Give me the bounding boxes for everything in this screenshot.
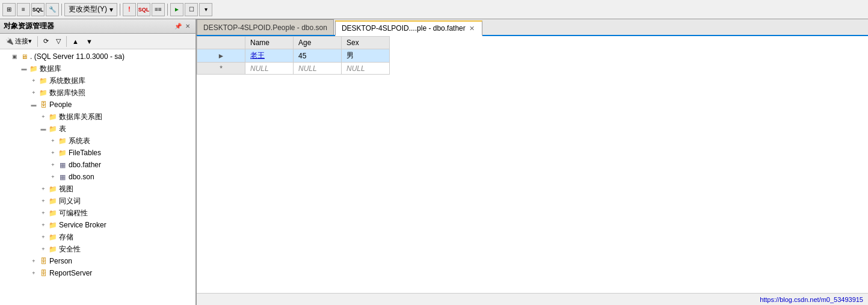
main-toolbar: ⊞ ≡ SQL 🔧 更改类型(Y) ▾ ! SQL ≡≡ ► ☐ ▾ — [0, 0, 868, 19]
expand-sys-tables[interactable]: + — [48, 136, 58, 146]
expand-system-db[interactable]: + — [29, 76, 38, 85]
tree-item-people[interactable]: ▬ 🗄 People — [0, 99, 195, 111]
folder-icon: 📁 — [58, 136, 67, 146]
expand-views[interactable]: + — [38, 184, 48, 194]
tree-item-db-snapshot[interactable]: + 📁 数据库快照 — [0, 87, 195, 99]
tree-item-server[interactable]: ▣ 🖥 . (SQL Server 11.0.3000 - sa) — [0, 51, 195, 63]
oe-btn-down[interactable]: ▼ — [83, 35, 96, 48]
close-icon[interactable]: ✕ — [183, 22, 192, 31]
expand-people[interactable]: ▬ — [29, 100, 38, 109]
folder-icon: 📁 — [48, 208, 58, 218]
tree-item-programmability[interactable]: + 📁 可编程性 — [0, 207, 195, 219]
tab-father-label: DESKTOP-4SLPOID....ple - dbo.father — [342, 24, 466, 32]
tree-item-report-server[interactable]: + 🗄 ReportServer — [0, 267, 195, 279]
folder-icon: 📁 — [38, 88, 48, 97]
toolbar-btn-exclaim[interactable]: ! — [123, 3, 136, 16]
expand-storage[interactable]: + — [38, 232, 48, 242]
service-broker-label: Service Broker — [59, 221, 106, 229]
change-type-dropdown[interactable]: 更改类型(Y) ▾ — [64, 3, 117, 16]
programmability-label: 可编程性 — [59, 208, 88, 218]
folder-icon: 📁 — [48, 220, 58, 230]
expand-dbo-father[interactable]: + — [48, 160, 58, 170]
cell-sex[interactable]: 男 — [342, 49, 390, 63]
tab-father[interactable]: DESKTOP-4SLPOID....ple - dbo.father ✕ — [335, 20, 482, 36]
refresh-icon: ⟳ — [43, 37, 49, 45]
col-age-header: Age — [294, 37, 342, 49]
tree-item-sys-tables[interactable]: + 📁 系统表 — [0, 135, 195, 147]
oe-toolbar: 🔌 连接▾ ⟳ ▽ ▲ ▼ — [0, 34, 195, 49]
db-icon: 🗄 — [38, 100, 48, 109]
tab-close-icon[interactable]: ✕ — [468, 25, 476, 32]
expand-report-server[interactable]: + — [29, 268, 38, 278]
tree-item-file-tables[interactable]: + 📁 FileTables — [0, 147, 195, 159]
down-icon: ▼ — [86, 38, 93, 45]
folder-icon: 📁 — [48, 232, 58, 242]
expand-db-diagram[interactable]: + — [38, 112, 48, 122]
toolbar-btn-table[interactable]: ≡ — [17, 3, 30, 16]
databases-label: 数据库 — [40, 64, 61, 74]
oe-sep-1 — [37, 36, 38, 47]
server-icon: 🖥 — [19, 52, 29, 61]
tree-item-person[interactable]: + 🗄 Person — [0, 255, 195, 267]
status-url: https://blog.csdn.net/m0_53493915 — [760, 296, 863, 303]
toolbar-btn-play[interactable]: ► — [170, 3, 183, 16]
cell-age-null[interactable]: NULL — [294, 63, 342, 75]
table-row[interactable]: ► 老王 45 男 — [197, 49, 390, 63]
tree-item-db-diagram[interactable]: + 📁 数据库关系图 — [0, 111, 195, 123]
tree-item-security[interactable]: + 📁 安全性 — [0, 243, 195, 255]
tree-item-dbo-father[interactable]: + ▦ dbo.father — [0, 159, 195, 171]
expand-security[interactable]: + — [38, 244, 48, 254]
toolbar-btn-arrow[interactable]: ▾ — [199, 3, 212, 16]
connect-button[interactable]: 🔌 连接▾ — [2, 35, 35, 48]
folder-icon: 📁 — [38, 76, 48, 85]
toolbar-btn-grid[interactable]: ⊞ — [2, 3, 16, 16]
toolbar-btn-lines[interactable]: ≡≡ — [152, 3, 165, 16]
dbo-son-label: dbo.son — [69, 173, 94, 181]
table-icon: ▦ — [58, 172, 67, 182]
expand-person[interactable]: + — [29, 256, 38, 266]
toolbar-btn-sql2[interactable]: SQL — [137, 3, 150, 16]
tree-item-system-db[interactable]: + 📁 系统数据库 — [0, 75, 195, 87]
tab-son[interactable]: DESKTOP-4SLPOID.People - dbo.son — [197, 19, 334, 35]
filter-icon: ▽ — [56, 37, 61, 45]
expand-server[interactable]: ▣ — [10, 52, 19, 61]
cell-name-null[interactable]: NULL — [245, 63, 294, 75]
oe-btn-filter[interactable]: ▽ — [53, 35, 64, 48]
cell-sex-null[interactable]: NULL — [342, 63, 390, 75]
toolbar-btn-stop[interactable]: ☐ — [185, 3, 198, 16]
cell-age[interactable]: 45 — [294, 49, 342, 63]
tree-item-tables[interactable]: ▬ 📁 表 — [0, 123, 195, 135]
tables-label: 表 — [59, 124, 66, 134]
oe-btn-refresh[interactable]: ⟳ — [40, 35, 52, 48]
tree-item-views[interactable]: + 📁 视图 — [0, 183, 195, 195]
toolbar-btn-wrench[interactable]: 🔧 — [46, 3, 59, 16]
tree-item-databases[interactable]: ▬ 📁 数据库 — [0, 63, 195, 75]
pin-icon[interactable]: 📌 — [174, 22, 182, 31]
tree-item-synonyms[interactable]: + 📁 同义词 — [0, 195, 195, 207]
expand-file-tables[interactable]: + — [48, 148, 58, 158]
dbo-father-label: dbo.father — [69, 161, 101, 169]
toolbar-btn-sql[interactable]: SQL — [31, 3, 45, 16]
tree-item-service-broker[interactable]: + 📁 Service Broker — [0, 219, 195, 231]
tree-item-dbo-son[interactable]: + ▦ dbo.son — [0, 171, 195, 183]
main-content-panel: DESKTOP-4SLPOID.People - dbo.son DESKTOP… — [197, 19, 868, 305]
expand-tables[interactable]: ▬ — [38, 124, 48, 134]
folder-icon: 📁 — [48, 196, 58, 206]
expand-dbo-son[interactable]: + — [48, 172, 58, 182]
col-sex-header: Sex — [342, 37, 390, 49]
expand-service-broker[interactable]: + — [38, 220, 48, 230]
oe-btn-up[interactable]: ▲ — [69, 35, 82, 48]
synonyms-label: 同义词 — [59, 196, 81, 206]
storage-label: 存储 — [59, 232, 73, 242]
tree-item-storage[interactable]: + 📁 存储 — [0, 231, 195, 243]
object-explorer-tree: ▣ 🖥 . (SQL Server 11.0.3000 - sa) ▬ 📁 数据… — [0, 49, 195, 305]
table-row-new[interactable]: * NULL NULL NULL — [197, 63, 390, 75]
connect-label: 连接▾ — [15, 37, 32, 46]
expand-programmability[interactable]: + — [38, 208, 48, 218]
views-label: 视图 — [59, 184, 73, 194]
expand-db-snapshot[interactable]: + — [29, 88, 38, 97]
expand-databases[interactable]: ▬ — [19, 64, 29, 73]
folder-icon: 📁 — [58, 148, 67, 158]
cell-name[interactable]: 老王 — [245, 49, 294, 63]
expand-synonyms[interactable]: + — [38, 196, 48, 206]
